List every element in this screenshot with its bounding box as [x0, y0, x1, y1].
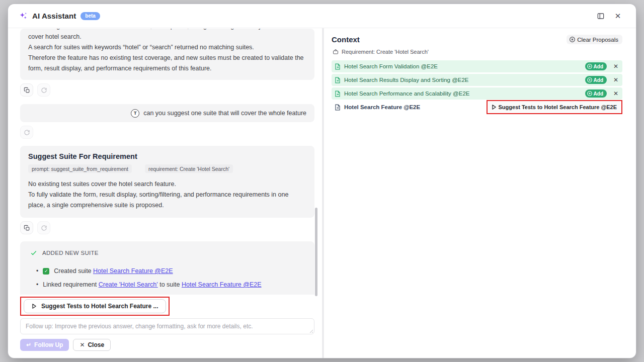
circle-plus-icon: [587, 90, 593, 97]
annotation-box: Suggest Tests to Hotel Search Feature @E…: [487, 100, 622, 114]
suite-link[interactable]: Hotel Search Feature @E2E: [182, 281, 262, 288]
assistant-message-line: Therefore the feature has no existing te…: [28, 53, 306, 74]
close-icon: ✕: [613, 63, 618, 70]
regenerate-button[interactable]: [37, 83, 50, 97]
tool-call-card: Suggest Suite For Requirement prompt: su…: [20, 146, 314, 218]
suite-file-icon: [335, 63, 341, 70]
result-bullet: • Linked requirement Create 'Hotel Searc…: [36, 281, 304, 288]
prompt-tag: prompt: suggest_suite_from_requirement: [28, 164, 132, 173]
copy-icon: [24, 87, 30, 94]
close-button[interactable]: ✕ Close: [73, 339, 111, 351]
annotation-box: Suggest Tests to Hotel Search Feature ..…: [20, 297, 170, 316]
dismiss-proposal-button[interactable]: ✕: [612, 62, 620, 70]
chat-column: the existing suites were reviewed for na…: [8, 28, 322, 358]
copy-button[interactable]: [20, 83, 33, 97]
tool-card-line: To fully validate the form, result displ…: [28, 190, 306, 211]
check-icon: [30, 249, 37, 256]
bullet-icon: •: [36, 281, 38, 288]
refresh-icon: [41, 87, 47, 94]
suite-link[interactable]: Hotel Search Feature @E2E: [93, 267, 173, 275]
beta-badge: beta: [80, 12, 100, 20]
run-prompt-icon: [491, 104, 497, 110]
followup-input[interactable]: [20, 318, 314, 334]
suite-file-icon: [335, 90, 341, 97]
result-card: ADDED NEW SUITE • ✓ Created suite Hotel …: [20, 241, 314, 295]
dialog-header: AI Assistant beta ✕: [8, 4, 636, 28]
circle-plus-icon: [587, 63, 593, 69]
run-prompt-icon: [31, 303, 37, 309]
user-avatar: T: [131, 109, 139, 118]
proposal-row: Hotel Search Form Validation @E2E Add ✕: [332, 60, 622, 72]
return-icon: ↵: [26, 341, 31, 348]
close-dialog-button[interactable]: ✕: [611, 9, 625, 23]
dialog-title: AI Assistant: [32, 12, 76, 20]
suite-label: Hotel Search Feature @E2E: [344, 104, 483, 110]
requirement-link[interactable]: Create 'Hotel Search': [99, 281, 158, 288]
copy-icon: [24, 225, 30, 231]
result-status: ADDED NEW SUITE: [42, 250, 99, 256]
assistant-message-line: cover hotel search.: [28, 32, 306, 42]
proposal-row: Hotel Search Results Display and Sorting…: [332, 74, 622, 86]
context-title: Context: [332, 35, 360, 44]
suggest-tests-button[interactable]: Suggest Tests to Hotel Search Feature @E…: [488, 102, 621, 113]
panel-toggle-button[interactable]: [594, 9, 608, 23]
add-proposal-button[interactable]: Add: [585, 76, 607, 84]
dismiss-proposal-button[interactable]: ✕: [612, 76, 620, 84]
result-bullet: • ✓ Created suite Hotel Search Feature @…: [36, 267, 304, 275]
proposal-label: Hotel Search Form Validation @E2E: [344, 63, 582, 69]
regenerate-button[interactable]: [37, 221, 50, 234]
user-message-text: can you suggest one suite that will cove…: [143, 110, 306, 117]
proposal-label: Hotel Search Performance and Scalability…: [344, 90, 582, 97]
close-icon: ✕: [613, 90, 618, 97]
dismiss-proposal-button[interactable]: ✕: [612, 89, 620, 98]
ai-assistant-dialog: AI Assistant beta ✕ the existing suites …: [8, 4, 636, 358]
requirement-label: Requirement: Create 'Hotel Search': [342, 49, 429, 55]
tool-card-title: Suggest Suite For Requirement: [28, 152, 306, 160]
assistant-message-line: A search for suites with keywords “hotel…: [28, 42, 306, 53]
tool-card-line: No existing test suites cover the hotel …: [28, 179, 306, 190]
user-message: T can you suggest one suite that will co…: [20, 104, 314, 122]
close-icon: ✕: [613, 76, 618, 83]
requirement-tag: requirement: Create 'Hotel Search': [145, 164, 233, 173]
context-panel: Context Clear Proposals Requirement: Cre…: [324, 28, 636, 358]
regenerate-button[interactable]: [20, 126, 33, 139]
suggest-tests-chip[interactable]: Suggest Tests to Hotel Search Feature ..…: [24, 299, 166, 313]
proposal-label: Hotel Search Results Display and Sorting…: [344, 77, 582, 83]
suite-context-row: Hotel Search Feature @E2E Suggest Tests …: [332, 101, 622, 113]
requirement-context-item: Requirement: Create 'Hotel Search': [332, 49, 622, 55]
chat-scroll-area[interactable]: the existing suites were reviewed for na…: [8, 28, 322, 295]
sparkles-icon: [19, 12, 28, 20]
suite-file-icon: [335, 77, 341, 83]
bullet-icon: •: [36, 267, 38, 275]
circle-x-icon: [569, 36, 576, 43]
add-proposal-button[interactable]: Add: [585, 89, 607, 98]
refresh-icon: [41, 225, 47, 231]
add-proposal-button[interactable]: Add: [585, 62, 607, 70]
proposal-row: Hotel Search Performance and Scalability…: [332, 87, 622, 100]
chat-scrollbar[interactable]: [315, 208, 317, 296]
clear-proposals-button[interactable]: Clear Proposals: [567, 35, 622, 44]
close-icon: ✕: [79, 341, 85, 348]
check-emoji-icon: ✓: [43, 268, 49, 275]
close-icon: ✕: [615, 12, 621, 21]
suite-file-icon: [335, 104, 341, 111]
circle-plus-icon: [587, 77, 593, 83]
assistant-message: the existing suites were reviewed for na…: [20, 29, 314, 80]
refresh-icon: [24, 129, 30, 136]
composer: Suggest Tests to Hotel Search Feature ..…: [8, 295, 322, 358]
copy-button[interactable]: [20, 221, 33, 234]
briefcase-icon: [333, 49, 339, 55]
follow-up-button[interactable]: ↵ Follow Up: [20, 339, 69, 351]
